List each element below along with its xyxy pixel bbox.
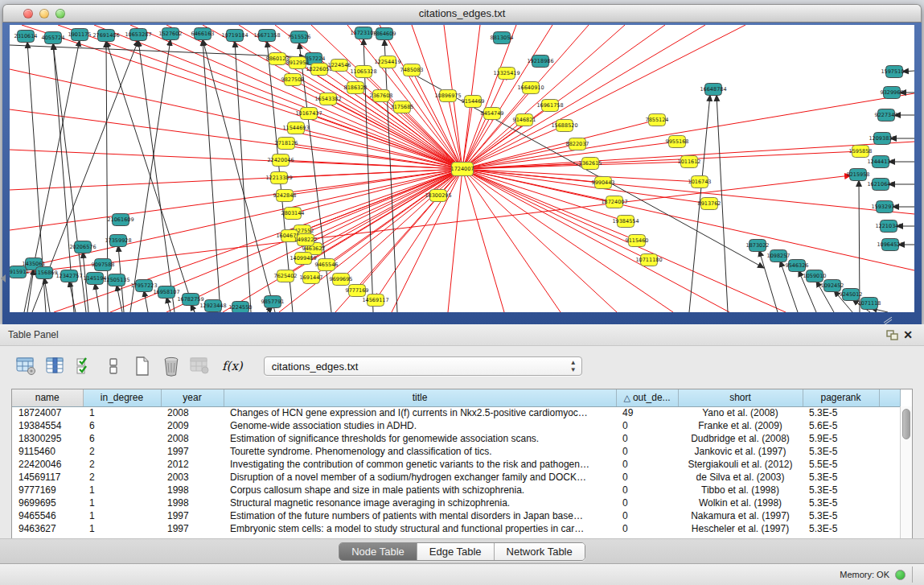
column-header-in_degree[interactable]: in_degree: [83, 389, 161, 406]
table-cell[interactable]: 1: [83, 496, 161, 509]
table-settings-icon[interactable]: [14, 354, 39, 378]
table-cell[interactable]: Hescheler et al. (1997): [678, 522, 803, 535]
graph-node[interactable]: 15975104: [881, 66, 907, 78]
table-cell[interactable]: 0: [616, 458, 678, 471]
table-cell[interactable]: 6: [83, 432, 161, 445]
graph-node[interactable]: 9827508: [281, 74, 305, 86]
graph-node[interactable]: 10896975: [434, 90, 461, 102]
table-cell[interactable]: 9465546: [12, 509, 83, 522]
graph-node[interactable]: 2803144: [281, 208, 305, 220]
graph-node[interactable]: 1098257: [767, 250, 791, 262]
table-cell[interactable]: 1997: [161, 509, 224, 522]
graph-node[interactable]: 8813054: [491, 32, 514, 44]
graph-node[interactable]: 13325419: [493, 68, 519, 80]
graph-node[interactable]: 9154469: [462, 96, 485, 108]
column-chooser-icon[interactable]: [43, 354, 68, 378]
table-cell[interactable]: 5.3E-5: [803, 406, 879, 419]
table-cell[interactable]: 1: [83, 406, 161, 419]
table-cell[interactable]: 5.3E-5: [803, 471, 879, 484]
table-row[interactable]: 969969511998Structural magnetic resonanc…: [12, 496, 900, 509]
table-cell[interactable]: Dudbridge et al. (2008): [678, 432, 803, 445]
new-table-icon[interactable]: [130, 354, 154, 378]
graph-node[interactable]: 17359928: [105, 235, 131, 247]
graph-node[interactable]: 8215958: [847, 169, 870, 181]
table-cell[interactable]: 2008: [161, 432, 224, 445]
table-cell[interactable]: 1: [83, 484, 161, 496]
graph-node[interactable]: 9227343: [875, 109, 898, 122]
table-cell[interactable]: 1: [83, 522, 161, 535]
graph-node[interactable]: 18724007: [601, 196, 627, 208]
table-cell[interactable]: 1998: [161, 484, 224, 496]
select-columns-icon[interactable]: [72, 354, 97, 378]
graph-node[interactable]: 15932971: [871, 201, 897, 213]
graph-node[interactable]: 2310614: [14, 31, 38, 43]
edge[interactable]: [462, 169, 617, 312]
tab-node-table[interactable]: Node Table: [339, 543, 417, 560]
graph-node[interactable]: 1527602: [159, 28, 183, 40]
graph-node[interactable]: 20206576: [69, 241, 96, 253]
table-cell[interactable]: Tourette syndrome. Phenomenology and cla…: [224, 445, 616, 458]
table-cell[interactable]: 0: [616, 432, 678, 445]
delete-trash-icon[interactable]: [159, 354, 183, 378]
graph-node[interactable]: 16961758: [536, 100, 563, 112]
edge[interactable]: [462, 169, 700, 182]
edge[interactable]: [309, 113, 462, 169]
memory-ok-icon[interactable]: [895, 570, 906, 580]
graph-node[interactable]: 7485083: [400, 64, 424, 76]
graph-node[interactable]: 19218986: [527, 56, 553, 68]
column-header-name[interactable]: name: [12, 389, 83, 406]
table-source-combobox[interactable]: citations_edges.txt ▲▼: [264, 356, 582, 376]
network-canvas[interactable]: 2310614405572419011752769140610653287152…: [10, 25, 914, 312]
table-cell[interactable]: 0: [616, 445, 678, 458]
table-cell[interactable]: 9115460: [12, 445, 83, 458]
graph-node[interactable]: 9777169: [346, 285, 369, 297]
graph-node[interactable]: 12213389: [265, 172, 292, 184]
graph-node[interactable]: 11065328: [350, 66, 376, 78]
graph-node[interactable]: 1498222: [294, 234, 318, 246]
table-cell[interactable]: 5.5E-5: [803, 458, 879, 471]
graph-node[interactable]: 9242848: [273, 190, 297, 202]
table-cell[interactable]: 5.3E-5: [803, 522, 879, 535]
graph-node[interactable]: 9857791: [261, 296, 285, 308]
edge[interactable]: [462, 169, 649, 260]
graph-node[interactable]: 9146821: [513, 114, 536, 126]
edge[interactable]: [462, 169, 709, 204]
table-cell[interactable]: Estimation of significance thresholds fo…: [224, 432, 616, 445]
graph-node[interactable]: 22420046: [267, 154, 294, 167]
table-cell[interactable]: 9777169: [12, 484, 83, 496]
graph-node[interactable]: 27691406: [92, 30, 119, 42]
table-cell[interactable]: 22420046: [12, 458, 83, 471]
graph-node[interactable]: 12444131: [867, 156, 893, 168]
table-row[interactable]: 1456911722003Disruption of a novel membe…: [12, 471, 900, 484]
table-row[interactable]: 1872400712008Changes of HCN gene express…: [12, 406, 900, 419]
edge[interactable]: [166, 297, 170, 312]
table-cell[interactable]: Franke et al. (2009): [678, 419, 803, 432]
graph-node[interactable]: 9699695: [330, 274, 353, 286]
tab-network-table[interactable]: Network Table: [494, 543, 585, 560]
edge[interactable]: [10, 175, 851, 274]
table-cell[interactable]: 49: [616, 406, 678, 419]
graph-node[interactable]: 9329966: [881, 87, 904, 99]
table-cell[interactable]: 6: [83, 419, 161, 432]
edge[interactable]: [303, 169, 462, 258]
table-row[interactable]: 911546021997Tourette syndrome. Phenomeno…: [12, 445, 900, 458]
table-row[interactable]: 946554611997Estimation of the future num…: [12, 509, 900, 522]
table-cell[interactable]: 0: [616, 496, 678, 509]
graph-node[interactable]: 8454749: [481, 108, 504, 120]
graph-node[interactable]: 8822037: [566, 138, 589, 150]
table-cell[interactable]: 1: [83, 509, 161, 522]
graph-node[interactable]: 9465546: [315, 259, 339, 271]
table-cell[interactable]: 2: [83, 458, 161, 471]
table-cell[interactable]: 5.6E-5: [803, 419, 879, 432]
zoom-window-icon[interactable]: [55, 9, 65, 19]
table-cell[interactable]: 1997: [161, 522, 224, 535]
edge[interactable]: [144, 290, 148, 312]
graph-node[interactable]: 1873022: [746, 240, 770, 252]
edge[interactable]: [69, 281, 76, 312]
split-collapse-arrow[interactable]: [1, 274, 6, 282]
row-mode-icon[interactable]: [101, 354, 125, 378]
column-header-short[interactable]: short: [678, 389, 803, 406]
edge[interactable]: [138, 40, 175, 312]
table-cell[interactable]: 14569117: [12, 471, 83, 484]
column-header-out_de...[interactable]: △out_de...: [616, 389, 678, 406]
